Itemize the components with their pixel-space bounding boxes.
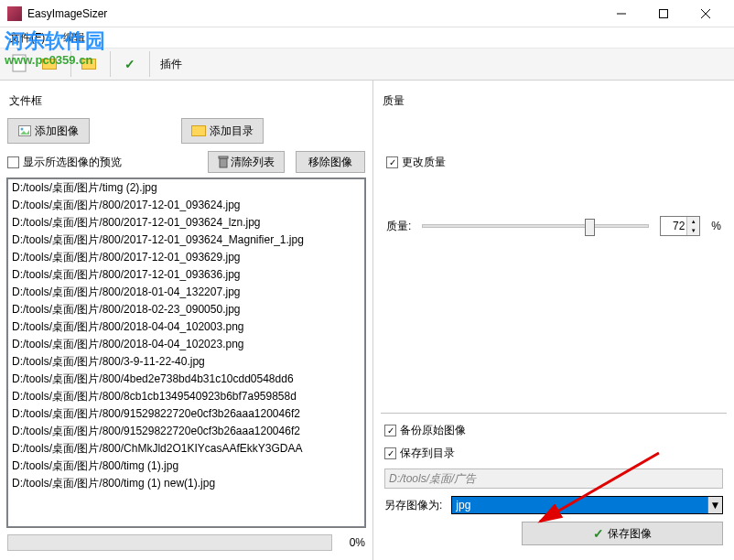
toolbar-plugins-label[interactable]: 插件 <box>155 57 188 72</box>
spin-up-icon[interactable]: ▲ <box>687 217 699 226</box>
clear-list-label: 清除列表 <box>231 155 275 170</box>
list-item[interactable]: D:/tools/桌面/图片/800/2017-12-01_093629.jpg <box>8 249 364 266</box>
close-button[interactable] <box>685 1 727 27</box>
save-images-button[interactable]: ✓ 保存图像 <box>522 522 723 545</box>
list-item[interactable]: D:/tools/桌面/图片/800/2018-02-23_090050.jpg <box>8 301 364 318</box>
list-item[interactable]: D:/tools/桌面/图片/800/2017-12-01_093624.jpg <box>8 197 364 214</box>
right-panel: 质量 更改质量 质量: ▲▼ % 备份原始图像 <box>373 81 734 560</box>
maximize-button[interactable] <box>642 1 685 27</box>
list-item[interactable]: D:/tools/桌面/图片/800/ChMkJld2O1KIYcasAAfEk… <box>8 440 364 458</box>
check-icon: ✓ <box>593 526 604 541</box>
spin-down-icon[interactable]: ▼ <box>687 226 699 235</box>
toolbar: ✓ 插件 <box>0 48 734 81</box>
list-item[interactable]: D:/tools/桌面/图片/800/timg (1).jpg <box>8 458 364 475</box>
save-to-dir-label: 保存到目录 <box>400 446 455 461</box>
slider-thumb[interactable] <box>585 219 595 236</box>
svg-point-7 <box>21 128 24 131</box>
progress-value: 0% <box>338 536 365 549</box>
list-item[interactable]: D:/tools/桌面/图片/800/2017-12-01_093624_Mag… <box>8 232 364 249</box>
folder-icon <box>191 125 206 136</box>
checkbox-checked-icon <box>384 425 396 436</box>
add-images-label: 添加图像 <box>35 124 79 139</box>
format-select[interactable]: jpg ▼ <box>451 496 723 514</box>
change-quality-checkbox[interactable]: 更改质量 <box>386 155 721 170</box>
menu-file[interactable]: 文件(F) <box>5 28 49 48</box>
svg-rect-1 <box>660 9 668 17</box>
quality-slider[interactable] <box>422 224 649 228</box>
file-list[interactable]: D:/tools/桌面/图片/timg (2).jpgD:/tools/桌面/图… <box>7 178 365 527</box>
list-item[interactable]: D:/tools/桌面/图片/800/2018-01-04_132207.jpg <box>8 284 364 301</box>
menu-edit[interactable]: 编辑 <box>59 28 89 48</box>
app-icon <box>7 6 22 21</box>
list-item[interactable]: D:/tools/桌面/图片/800/2018-04-04_102003.png <box>8 318 364 336</box>
quality-unit: % <box>711 220 721 232</box>
quality-group-label: 质量 <box>381 90 727 113</box>
clear-list-button[interactable]: 清除列表 <box>208 151 285 173</box>
toolbar-folder-icon[interactable] <box>76 50 105 78</box>
quality-spinner[interactable]: ▲▼ <box>660 216 700 236</box>
show-preview-label: 显示所选图像的预览 <box>23 155 122 170</box>
list-item[interactable]: D:/tools/桌面/图片/800/2017-12-01_093624_lzn… <box>8 214 364 232</box>
checkbox-checked-icon <box>384 447 396 459</box>
list-item[interactable]: D:/tools/桌面/图片/800/2018-04-04_102023.png <box>8 336 364 353</box>
add-folder-button[interactable]: 添加目录 <box>181 118 264 144</box>
change-quality-label: 更改质量 <box>402 155 446 170</box>
titlebar: EasyImageSizer <box>0 0 734 27</box>
remove-images-label: 移除图像 <box>308 155 352 170</box>
checkbox-icon <box>7 156 19 168</box>
progress-bar <box>7 534 332 551</box>
svg-rect-9 <box>220 158 227 167</box>
list-item[interactable]: D:/tools/桌面/图片/800/91529822720e0cf3b26aa… <box>8 423 364 440</box>
toolbar-new-icon[interactable] <box>5 50 35 78</box>
add-folder-label: 添加目录 <box>210 124 254 139</box>
list-item[interactable]: D:/tools/桌面/图片/800/8cb1cb1349540923b6bf7… <box>8 388 364 405</box>
list-item[interactable]: D:/tools/桌面/图片/800/91529822720e0cf3b26aa… <box>8 405 364 423</box>
save-path-input[interactable] <box>384 468 723 489</box>
backup-original-checkbox[interactable]: 备份原始图像 <box>384 423 723 438</box>
add-images-button[interactable]: 添加图像 <box>7 118 90 144</box>
left-panel: 文件框 添加图像 添加目录 显示所选图像的预览 清除列表 移除图像 <box>0 81 373 560</box>
show-preview-checkbox[interactable]: 显示所选图像的预览 <box>7 155 122 170</box>
save-to-dir-checkbox[interactable]: 保存到目录 <box>384 446 723 461</box>
chevron-down-icon[interactable]: ▼ <box>707 497 722 513</box>
menubar: 文件(F) 编辑 <box>0 27 734 48</box>
minimize-button[interactable] <box>600 1 642 27</box>
checkbox-checked-icon <box>386 156 398 168</box>
backup-original-label: 备份原始图像 <box>400 423 466 438</box>
toolbar-open-icon[interactable] <box>37 50 66 78</box>
quality-value-input[interactable] <box>661 217 686 235</box>
quality-label: 质量: <box>386 219 411 234</box>
file-group-label: 文件框 <box>7 90 365 113</box>
format-value: jpg <box>456 499 470 512</box>
list-item[interactable]: D:/tools/桌面/图片/800/4bed2e738bd4b31c10cdd… <box>8 371 364 388</box>
list-item[interactable]: D:/tools/桌面/图片/timg (2).jpg <box>8 179 364 197</box>
toolbar-check-icon[interactable]: ✓ <box>115 50 145 78</box>
remove-images-button[interactable]: 移除图像 <box>296 151 365 173</box>
svg-rect-10 <box>219 156 228 158</box>
save-button-label: 保存图像 <box>608 526 652 542</box>
list-item[interactable]: D:/tools/桌面/图片/800/timg (1) new(1).jpg <box>8 475 364 492</box>
list-item[interactable]: D:/tools/桌面/图片/800/3-9-11-22-40.jpg <box>8 353 364 371</box>
window-title: EasyImageSizer <box>27 7 600 20</box>
list-item[interactable]: D:/tools/桌面/图片/800/2017-12-01_093636.jpg <box>8 266 364 284</box>
save-as-label: 另存图像为: <box>384 498 442 513</box>
